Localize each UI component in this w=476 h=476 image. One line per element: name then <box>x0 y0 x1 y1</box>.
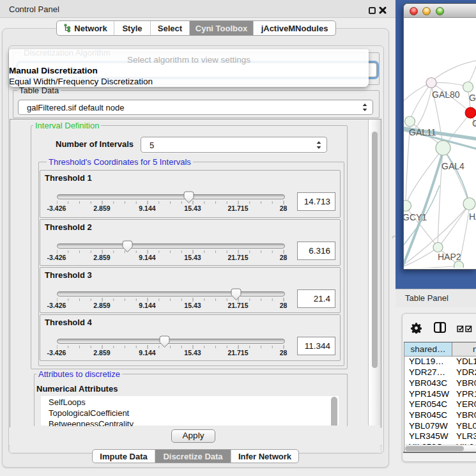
svg-text:GAL11: GAL11 <box>409 127 436 137</box>
svg-text:CY: CY <box>472 118 476 128</box>
svg-text:HAP2: HAP2 <box>438 252 461 262</box>
svg-text:GAL4: GAL4 <box>441 161 464 171</box>
svg-text:GAL: GAL <box>469 93 476 103</box>
svg-text:GAL80: GAL80 <box>432 89 460 100</box>
svg-text:GCY1: GCY1 <box>404 212 427 222</box>
svg-text:HA: HA <box>469 211 476 222</box>
